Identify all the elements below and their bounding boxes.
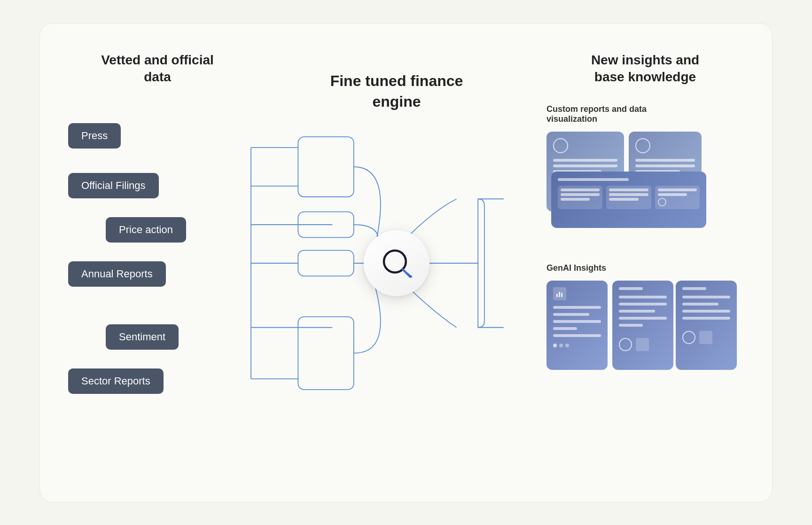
annual-reports-label: Annual Reports xyxy=(81,268,153,280)
custom-reports-cards xyxy=(547,132,744,230)
card-inner xyxy=(558,186,700,209)
card-line xyxy=(635,159,695,162)
sub-card xyxy=(558,186,602,209)
svg-rect-9 xyxy=(298,250,353,276)
card-line xyxy=(553,327,577,330)
card-line xyxy=(619,287,643,290)
official-filings-node: Official Filings xyxy=(68,173,159,198)
genai-label: GenAI Insights xyxy=(547,263,744,273)
genai-cards xyxy=(547,281,744,384)
right-section: New insights andbase knowledge Custom re… xyxy=(547,52,744,403)
card-icon xyxy=(553,287,566,300)
card-line xyxy=(682,287,706,290)
card-line xyxy=(553,165,617,167)
svg-rect-18 xyxy=(559,292,560,297)
sub-circle xyxy=(658,198,666,206)
card-line xyxy=(682,303,718,306)
card-line xyxy=(619,303,667,306)
dot xyxy=(559,344,563,347)
card-line xyxy=(658,193,687,196)
card-line xyxy=(609,193,648,196)
card-line xyxy=(635,165,695,167)
card-dots xyxy=(553,344,601,347)
node-row-annual-reports: Annual Reports xyxy=(68,261,247,287)
icon-row xyxy=(682,331,730,344)
card-line xyxy=(619,324,643,327)
node-row-sector-reports: Sector Reports xyxy=(68,368,247,394)
dot xyxy=(553,344,557,347)
dot xyxy=(565,344,569,347)
center-circle xyxy=(364,230,429,296)
svg-rect-17 xyxy=(556,294,558,297)
card-line xyxy=(553,320,601,323)
card-line xyxy=(553,313,589,316)
card-line xyxy=(682,310,730,313)
genai-card-3 xyxy=(676,281,737,370)
card-line xyxy=(609,188,648,191)
price-action-node: Price action xyxy=(106,217,186,243)
annual-reports-node: Annual Reports xyxy=(68,261,166,287)
card-circle-1 xyxy=(553,138,568,153)
node-row-official-filings: Official Filings xyxy=(68,173,247,198)
right-title: New insights andbase knowledge xyxy=(547,52,744,86)
square-icon xyxy=(636,338,649,351)
genai-card-2 xyxy=(612,281,673,370)
nodes-container: Press Official Filings Price action Annu… xyxy=(68,123,247,409)
circle-icon xyxy=(682,331,695,344)
card-line xyxy=(561,193,600,196)
card-line xyxy=(553,159,617,162)
middle-section: Fine tuned financeengine xyxy=(247,52,547,475)
card-line xyxy=(682,317,730,320)
genai-group: GenAI Insights xyxy=(547,263,744,384)
card-line xyxy=(658,188,697,191)
press-label: Press xyxy=(81,130,108,141)
card-line xyxy=(619,296,667,298)
custom-reports-label: Custom reports and datavisualization xyxy=(547,104,744,124)
card-line xyxy=(553,306,601,309)
node-row-sentiment: Sentiment xyxy=(68,324,247,350)
sector-reports-node: Sector Reports xyxy=(68,368,164,394)
custom-card-3 xyxy=(551,172,706,228)
press-node: Press xyxy=(68,123,121,149)
genai-card-1 xyxy=(547,281,608,370)
official-filings-label: Official Filings xyxy=(81,180,146,191)
card-line xyxy=(619,317,667,320)
card-circle-2 xyxy=(635,138,650,153)
card-line xyxy=(619,310,655,313)
left-section: Vetted and officialdata Press Official F… xyxy=(68,52,247,409)
sub-card xyxy=(655,186,700,209)
bar-chart-icon xyxy=(556,290,563,298)
sector-reports-label: Sector Reports xyxy=(81,375,150,387)
price-action-label: Price action xyxy=(119,224,173,235)
card-line xyxy=(558,178,629,181)
sentiment-label: Sentiment xyxy=(119,331,165,343)
node-row-price-action: Price action xyxy=(68,217,247,243)
custom-reports-group: Custom reports and datavisualization xyxy=(547,104,744,230)
card-line xyxy=(553,334,601,337)
square-icon xyxy=(699,331,712,344)
sub-card xyxy=(606,186,651,209)
svg-rect-19 xyxy=(561,293,562,297)
icon-row xyxy=(619,338,667,351)
card-line xyxy=(561,188,600,191)
main-card: Vetted and officialdata Press Official F… xyxy=(39,23,773,502)
q-logo xyxy=(380,246,414,280)
left-title: Vetted and officialdata xyxy=(68,52,247,86)
node-row-press: Press xyxy=(68,123,247,149)
sentiment-node: Sentiment xyxy=(106,324,179,350)
circle-icon xyxy=(619,338,632,351)
card-line xyxy=(561,198,590,201)
card-line xyxy=(682,296,730,298)
card-line xyxy=(609,198,638,201)
svg-rect-7 xyxy=(298,137,353,197)
